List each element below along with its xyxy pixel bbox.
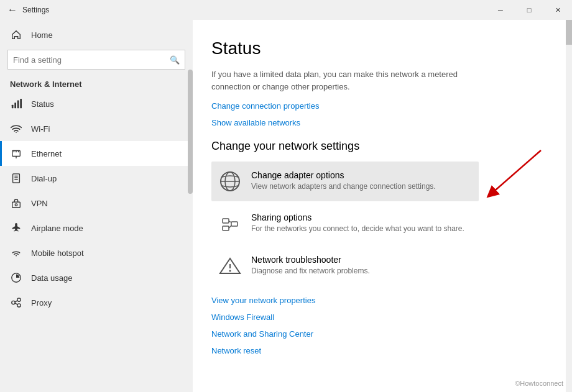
- windows-firewall-link[interactable]: Windows Firewall: [211, 312, 547, 322]
- status-icon: [10, 98, 22, 110]
- sharing-desc: For the networks you connect to, decide …: [251, 224, 471, 233]
- sidebar-section-label: Network & Internet: [0, 75, 193, 91]
- titlebar-controls: ─ □ ✕: [486, 0, 572, 20]
- sidebar-item-hotspot[interactable]: Mobile hotspot: [0, 240, 193, 265]
- sidebar-item-airplane[interactable]: Airplane mode: [0, 216, 193, 240]
- titlebar: ← Settings ─ □ ✕: [0, 0, 572, 20]
- sidebar-item-ethernet-label: Ethernet: [31, 149, 62, 158]
- network-reset-link[interactable]: Network reset: [211, 346, 547, 355]
- svg-point-18: [12, 301, 15, 304]
- main-scrollbar[interactable]: [566, 20, 572, 392]
- troubleshooter-desc: Diagnose and fix network problems.: [251, 267, 471, 275]
- svg-rect-14: [12, 202, 21, 207]
- wifi-icon: [10, 122, 22, 135]
- back-button[interactable]: ←: [7, 4, 17, 16]
- svg-line-21: [15, 301, 17, 302]
- minimize-button[interactable]: ─: [486, 0, 515, 20]
- dialup-icon: [10, 172, 22, 185]
- status-description: If you have a limited data plan, you can…: [211, 68, 491, 93]
- page-title: Status: [211, 39, 547, 58]
- troubleshooter-option[interactable]: Network troubleshooter Diagnose and fix …: [211, 246, 479, 286]
- sharing-text: Sharing options For the networks you con…: [251, 212, 471, 233]
- adapter-title: Change adapter options: [251, 170, 471, 180]
- svg-rect-3: [20, 99, 22, 108]
- svg-point-4: [16, 132, 17, 133]
- sharing-icon: [219, 212, 241, 235]
- sidebar-item-wifi-label: Wi-Fi: [31, 124, 50, 134]
- settings-window: ← Settings ─ □ ✕ Home 🔍: [0, 0, 572, 392]
- adapter-text: Change adapter options View network adap…: [251, 170, 471, 191]
- show-networks-link[interactable]: Show available networks: [211, 118, 547, 127]
- view-properties-link[interactable]: View your network properties: [211, 296, 547, 305]
- svg-point-20: [17, 304, 21, 307]
- sharing-options[interactable]: Sharing options For the networks you con…: [211, 204, 479, 244]
- sidebar-scroll-thumb[interactable]: [188, 70, 193, 194]
- search-input[interactable]: [13, 55, 170, 65]
- airplane-icon: [10, 222, 22, 234]
- svg-line-22: [15, 303, 17, 304]
- datausage-icon: [10, 271, 22, 284]
- app-title: Settings: [22, 6, 49, 14]
- adapter-icon: [219, 170, 241, 193]
- svg-rect-10: [13, 174, 20, 183]
- svg-rect-27: [223, 226, 229, 230]
- svg-point-15: [15, 204, 17, 206]
- main-scroll-thumb[interactable]: [566, 20, 572, 45]
- titlebar-left: ← Settings: [7, 4, 49, 16]
- sidebar-item-proxy[interactable]: Proxy: [0, 290, 193, 315]
- sidebar-item-proxy-label: Proxy: [31, 298, 52, 308]
- sidebar-item-home-label: Home: [31, 30, 53, 40]
- sidebar-item-dialup[interactable]: Dial-up: [0, 166, 193, 191]
- svg-line-34: [491, 150, 541, 194]
- sidebar-item-airplane-label: Airplane mode: [31, 224, 83, 233]
- content-area: Home 🔍 Network & Internet: [0, 20, 572, 392]
- svg-rect-28: [231, 222, 238, 226]
- close-button[interactable]: ✕: [543, 0, 572, 20]
- sidebar-item-datausage-label: Data usage: [31, 273, 73, 283]
- maximize-button[interactable]: □: [515, 0, 543, 20]
- sidebar-item-vpn-label: VPN: [31, 199, 48, 208]
- sidebar-item-datausage[interactable]: Data usage: [0, 265, 193, 290]
- sidebar-item-dialup-label: Dial-up: [31, 174, 57, 183]
- home-icon: [10, 29, 22, 41]
- sidebar-item-vpn[interactable]: VPN: [0, 191, 193, 216]
- sidebar: Home 🔍 Network & Internet: [0, 20, 193, 392]
- adapter-options[interactable]: Change adapter options View network adap…: [211, 162, 479, 201]
- sidebar-item-hotspot-label: Mobile hotspot: [31, 248, 84, 258]
- svg-rect-0: [12, 105, 14, 108]
- svg-point-16: [16, 255, 17, 257]
- watermark: ©Howtoconnect: [515, 380, 563, 387]
- svg-point-19: [17, 298, 21, 301]
- svg-rect-26: [223, 219, 229, 223]
- change-settings-heading: Change your network settings: [211, 140, 547, 153]
- hotspot-icon: [10, 247, 22, 259]
- svg-point-33: [229, 270, 231, 272]
- svg-rect-1: [14, 103, 16, 108]
- troubleshooter-text: Network troubleshooter Diagnose and fix …: [251, 255, 471, 275]
- search-box[interactable]: 🔍: [7, 50, 185, 70]
- sharing-title: Sharing options: [251, 212, 471, 222]
- svg-rect-2: [17, 101, 19, 109]
- search-icon: 🔍: [170, 55, 180, 65]
- proxy-icon: [10, 296, 22, 309]
- troubleshooter-title: Network troubleshooter: [251, 255, 471, 265]
- sidebar-item-wifi[interactable]: Wi-Fi: [0, 116, 193, 141]
- ethernet-icon: [10, 147, 22, 160]
- sidebar-item-status-label: Status: [31, 99, 54, 109]
- sidebar-item-status[interactable]: Status: [0, 91, 193, 116]
- sidebar-item-ethernet[interactable]: Ethernet: [0, 141, 193, 166]
- troubleshooter-icon: [219, 255, 241, 277]
- main-content: Status If you have a limited data plan, …: [193, 20, 572, 392]
- change-connection-link[interactable]: Change connection properties: [211, 101, 547, 111]
- vpn-icon: [10, 197, 22, 209]
- network-sharing-link[interactable]: Network and Sharing Center: [211, 329, 547, 339]
- sidebar-item-home[interactable]: Home: [0, 22, 193, 47]
- sidebar-scrollbar[interactable]: [188, 20, 193, 392]
- adapter-desc: View network adapters and change connect…: [251, 182, 471, 191]
